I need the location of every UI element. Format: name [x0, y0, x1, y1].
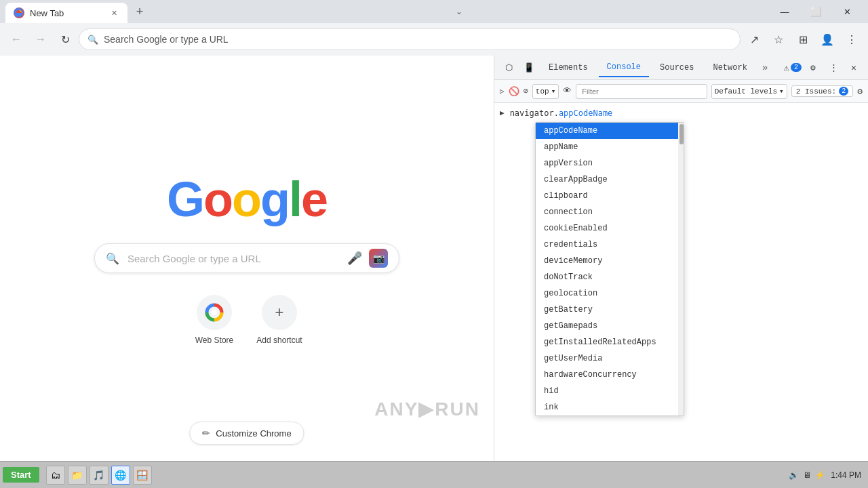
devtools-settings-button[interactable]: ⚙	[804, 59, 822, 77]
issues-badge[interactable]: 2 Issues: 2	[791, 85, 853, 97]
tray-network[interactable]: 🖥	[803, 470, 811, 480]
context-selector[interactable]: top ▾	[532, 84, 559, 99]
console-log-button[interactable]: ⊘	[524, 86, 528, 96]
console-settings-button[interactable]: ⚙	[857, 86, 863, 97]
search-placeholder: Search Google or type a URL	[127, 253, 339, 264]
autocomplete-item-cookieenabled[interactable]: cookieEnabled	[536, 220, 684, 237]
search-icons: 🎤 📷	[347, 249, 388, 268]
devtools-issues-count-button[interactable]: ⚠2	[784, 59, 802, 77]
console-back-button[interactable]: ▷	[500, 87, 505, 96]
menu-button[interactable]: ⋮	[841, 28, 863, 50]
add-shortcut-label: Add shortcut	[256, 336, 302, 345]
devtools-inspect-button[interactable]: ⬡	[500, 59, 517, 77]
autocomplete-item-geolocation[interactable]: geolocation	[536, 285, 684, 302]
address-text: Search Google or type a URL	[104, 34, 732, 45]
taskbar-icon-files[interactable]: 🗂	[46, 466, 65, 485]
minimize-button[interactable]: —	[769, 1, 800, 22]
start-label: Start	[11, 470, 31, 480]
start-button[interactable]: Start	[3, 467, 39, 483]
new-tab-button[interactable]: +	[130, 2, 149, 21]
logo-g2: g	[260, 172, 289, 226]
devtools-right-buttons: ⚠2 ⚙ ⋮ ✕	[784, 59, 863, 77]
autocomplete-item-hardwareconcurrency[interactable]: hardwareConcurrency	[536, 367, 684, 383]
autocomplete-item-getusermedia[interactable]: getUserMedia	[536, 350, 684, 367]
devtools-tab-overflow[interactable]: »	[758, 61, 772, 75]
autocomplete-item-appname[interactable]: appName	[536, 139, 684, 155]
autocomplete-item-ink[interactable]: ink	[536, 399, 684, 415]
taskbar-icons: 🗂 📁 🎵 🌐 🪟	[46, 466, 152, 485]
devtools-tab-elements[interactable]: Elements	[540, 58, 596, 77]
maximize-button[interactable]: ⬜	[800, 1, 831, 22]
customize-chrome-button[interactable]: ✏ Customize Chrome	[189, 422, 304, 445]
camera-search-button[interactable]: 📷	[369, 249, 388, 268]
search-bar[interactable]: 🔍 Search Google or type a URL 🎤 📷	[94, 243, 399, 273]
tab-close-button[interactable]: ✕	[108, 7, 119, 18]
watermark: ANY▶RUN	[374, 398, 480, 420]
search-icon: 🔍	[87, 35, 98, 45]
address-bar[interactable]: 🔍 Search Google or type a URL	[79, 28, 741, 50]
autocomplete-item-appversion[interactable]: appVersion	[536, 155, 684, 171]
taskbar-icon-edge[interactable]: 🪟	[133, 466, 152, 485]
devtools-device-button[interactable]: 📱	[520, 59, 538, 77]
autocomplete-item-getinstalledrelatedapps[interactable]: getInstalledRelatedApps	[536, 334, 684, 350]
eye-button[interactable]: 👁	[563, 86, 572, 96]
autocomplete-item-clearappbadge[interactable]: clearAppBadge	[536, 171, 684, 188]
autocomplete-item-appcodename[interactable]: appCodeName	[536, 123, 684, 139]
devtools-close-button[interactable]: ✕	[845, 59, 863, 77]
taskbar-icon-media[interactable]: 🎵	[90, 466, 108, 485]
bookmark-button[interactable]: ☆	[768, 28, 789, 50]
svg-point-2	[212, 310, 217, 315]
mic-button[interactable]: 🎤	[347, 251, 362, 266]
autocomplete-item-hid[interactable]: hid	[536, 383, 684, 399]
split-view-button[interactable]: ⊞	[792, 28, 814, 50]
taskbar-icon-chrome[interactable]: 🌐	[111, 466, 130, 485]
close-button[interactable]: ✕	[831, 1, 863, 22]
window-controls: — ⬜ ✕	[769, 1, 863, 22]
devtools-tab-network[interactable]: Network	[705, 58, 755, 77]
autocomplete-item-credentials[interactable]: credentials	[536, 237, 684, 253]
google-logo: Google	[167, 171, 327, 227]
log-level-selector[interactable]: Default levels ▾	[711, 84, 787, 99]
autocomplete-item-clipboard[interactable]: clipboard	[536, 188, 684, 204]
autocomplete-scroll-thumb	[679, 124, 684, 144]
devtools-tab-console[interactable]: Console	[599, 58, 649, 77]
autocomplete-item-donottrack[interactable]: doNotTrack	[536, 269, 684, 285]
watermark-text: ANY▶RUN	[374, 398, 480, 420]
title-bar: New Tab ✕ + ⌄ — ⬜ ✕	[0, 0, 868, 23]
refresh-button[interactable]: ↻	[54, 28, 76, 50]
devtools-panel: ⬡ 📱 Elements Console Sources Network » ⚠…	[494, 56, 868, 461]
console-input-text[interactable]: navigator.appCodeName	[510, 107, 613, 119]
logo-o1: o	[203, 172, 232, 226]
taskbar-icon-folder[interactable]: 📁	[68, 466, 87, 485]
devtools-tab-sources[interactable]: Sources	[652, 58, 702, 77]
logo-e: e	[301, 172, 327, 226]
taskbar-time: 1:44 PM	[831, 470, 861, 480]
webstore-icon	[197, 295, 232, 330]
console-filter-input[interactable]	[576, 84, 707, 99]
devtools-toolbar: ⬡ 📱 Elements Console Sources Network » ⚠…	[494, 56, 868, 80]
system-tray: 🔊 🖥 ⚡	[789, 470, 825, 480]
add-shortcut[interactable]: + Add shortcut	[252, 295, 307, 345]
browser-tab[interactable]: New Tab ✕	[5, 3, 127, 23]
autocomplete-item-devicememory[interactable]: deviceMemory	[536, 253, 684, 269]
share-button[interactable]: ↗	[743, 28, 765, 50]
account-button[interactable]: 👤	[816, 28, 838, 50]
devtools-console-toolbar: ▷ 🚫 ⊘ top ▾ 👁 Default levels ▾ 2 Issues:…	[494, 80, 868, 103]
console-clear-button[interactable]: 🚫	[509, 86, 519, 97]
autocomplete-item-connection[interactable]: connection	[536, 204, 684, 220]
tab-favicon	[14, 7, 24, 18]
back-button[interactable]: ←	[5, 28, 27, 50]
tray-audio[interactable]: 🔊	[789, 470, 799, 480]
tray-battery[interactable]: ⚡	[815, 470, 825, 480]
autocomplete-item-getbattery[interactable]: getBattery	[536, 302, 684, 318]
more-tabs-button[interactable]: ⌄	[450, 2, 469, 21]
forward-button[interactable]: →	[30, 28, 52, 50]
webstore-label: Web Store	[195, 336, 233, 345]
webstore-shortcut[interactable]: Web Store	[187, 295, 241, 345]
logo-l: l	[289, 172, 301, 226]
issues-count: 2	[839, 87, 848, 96]
devtools-more-button[interactable]: ⋮	[825, 59, 842, 77]
autocomplete-item-getgamepads[interactable]: getGamepads	[536, 318, 684, 334]
taskbar: Start 🗂 📁 🎵 🌐 🪟 🔊 🖥 ⚡ 1:44 PM	[0, 461, 868, 488]
issues-label: 2 Issues:	[796, 87, 836, 96]
